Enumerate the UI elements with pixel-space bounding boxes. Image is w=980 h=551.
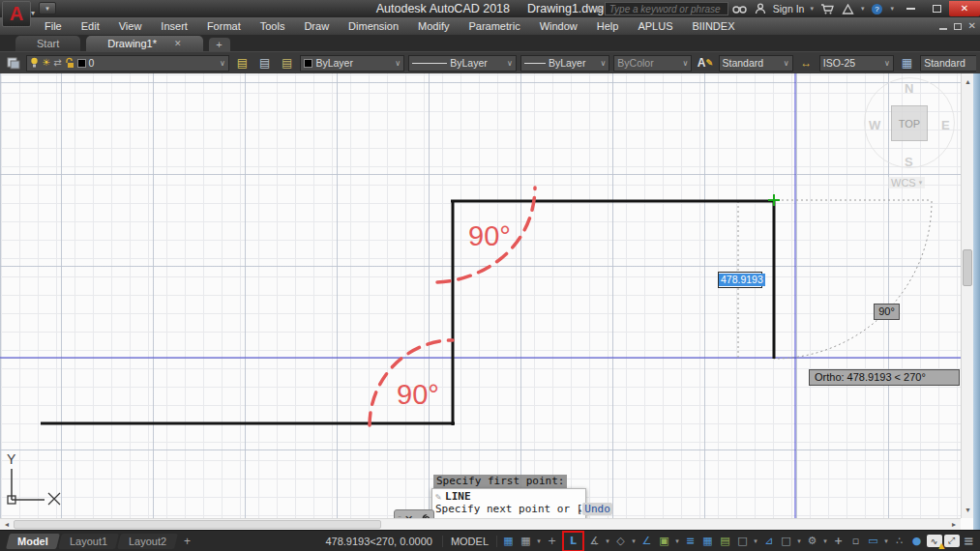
menu-edit[interactable]: Edit <box>72 17 109 35</box>
doc-restore-icon[interactable] <box>954 23 962 30</box>
application-menu-caret-icon[interactable]: ▾ <box>31 9 35 17</box>
customization-menu-icon[interactable]: ≡ <box>961 533 977 550</box>
table-style-dropdown[interactable]: Standard <box>920 55 976 72</box>
restore-button[interactable] <box>925 1 949 16</box>
tab-layout1[interactable]: Layout1 <box>58 534 119 549</box>
tab-close-icon[interactable]: ✕ <box>174 36 182 51</box>
menu-format[interactable]: Format <box>197 17 251 35</box>
menu-tools[interactable]: Tools <box>251 17 295 35</box>
viewcube-top-face[interactable]: TOP <box>891 105 928 141</box>
annotation-monitor-icon[interactable]: ● <box>908 533 925 550</box>
lineweight-dropdown-icon[interactable]: ∨ <box>601 59 607 68</box>
annotation-visibility-icon[interactable]: + <box>830 533 846 550</box>
app-store-cart-icon[interactable] <box>820 4 834 14</box>
menu-view[interactable]: View <box>109 17 152 35</box>
layer-dropdown-icon[interactable]: ∨ <box>220 59 225 68</box>
search-input[interactable] <box>605 2 728 15</box>
plot-style-dropdown[interactable]: ByColor ∨ <box>613 55 692 72</box>
layer-dropdown[interactable]: ☀ ⇄ 0 ∨ <box>26 55 229 72</box>
help-icon[interactable]: ? <box>871 3 883 15</box>
dynamic-ucs-icon[interactable]: ⊿ <box>760 533 777 550</box>
polar-tracking-icon[interactable]: ∡ <box>586 533 603 550</box>
dynamic-input-icon[interactable]: + <box>544 533 560 550</box>
menu-modify[interactable]: Modify <box>408 17 459 35</box>
application-menu-button[interactable]: A <box>2 1 31 27</box>
horizontal-scroll-thumb[interactable] <box>14 520 381 529</box>
dimension-style-dropdown[interactable]: ISO-25 ∨ <box>819 55 894 72</box>
gizmo-icon[interactable]: ⚙ <box>804 533 820 550</box>
menu-help[interactable]: Help <box>587 17 629 35</box>
menu-insert[interactable]: Insert <box>151 17 197 35</box>
drawing-area[interactable]: Y 90° 90° 478.9193 90° Ortho: 478.9193 <… <box>0 73 980 530</box>
snap-dropdown-icon[interactable]: ▾ <box>535 537 543 545</box>
iso-dropdown-icon[interactable]: ▾ <box>630 537 638 545</box>
dynamic-input-field[interactable]: 478.9193 <box>718 272 762 288</box>
autodesk-exchange-icon[interactable] <box>842 4 854 14</box>
ortho-mode-icon[interactable]: L <box>565 533 581 550</box>
selection-filter-dropdown-icon[interactable]: ▾ <box>795 537 803 545</box>
search-expand-icon[interactable]: ▶ <box>597 5 603 14</box>
text-style-icon[interactable]: A✎ <box>696 54 714 72</box>
viewcube-south[interactable]: S <box>905 155 913 169</box>
polar-dropdown-icon[interactable]: ▾ <box>604 537 611 545</box>
model-space-indicator[interactable]: MODEL <box>442 536 497 547</box>
make-object-layer-current-icon[interactable]: ▤ <box>255 54 274 72</box>
color-dropdown-icon[interactable]: ∨ <box>395 59 401 68</box>
selection-cycling-icon[interactable]: ▤ <box>717 533 733 550</box>
workspace-switching-icon[interactable]: ∴ <box>891 533 907 550</box>
new-tab-button[interactable]: + <box>209 38 230 51</box>
tab-drawing1[interactable]: Drawing1* ✕ <box>86 36 202 51</box>
clean-screen-icon[interactable]: ⤢ <box>943 533 960 550</box>
dimension-style-dropdown-icon[interactable]: ∨ <box>884 59 890 68</box>
tab-model[interactable]: Model <box>6 534 60 549</box>
menu-window[interactable]: Window <box>530 17 587 35</box>
horizontal-scrollbar[interactable]: ◂ ▸ <box>0 518 961 530</box>
doc-minimize-icon[interactable] <box>939 28 947 30</box>
text-style-dropdown[interactable]: Standard ∨ <box>719 55 793 72</box>
linetype-dropdown[interactable]: ByLayer ∨ <box>408 55 517 72</box>
exchange-caret-icon[interactable]: ▾ <box>861 5 865 13</box>
menu-biindex[interactable]: BIINDEX <box>682 17 744 35</box>
gizmo-dropdown-icon[interactable]: ▾ <box>821 537 829 545</box>
lineweight-dropdown[interactable]: ByLayer ∨ <box>520 55 609 72</box>
close-button[interactable]: ✕ <box>949 1 980 16</box>
dimension-style-icon[interactable]: ↔ <box>797 54 816 72</box>
menu-draw[interactable]: Draw <box>294 17 339 35</box>
object-color-dropdown[interactable]: ByLayer ∨ <box>300 55 404 72</box>
doc-close-icon[interactable]: ✕ <box>968 18 976 34</box>
graphics-performance-icon[interactable]: ∿▲ <box>926 533 942 550</box>
minimize-button[interactable] <box>899 1 923 16</box>
vertical-scrollbar[interactable]: ▲ ▼ <box>961 73 973 518</box>
search-icon[interactable] <box>732 4 747 14</box>
menu-file[interactable]: File <box>35 17 72 35</box>
menu-aplus[interactable]: APLUS <box>628 17 682 35</box>
text-style-dropdown-icon[interactable]: ∨ <box>784 59 789 68</box>
command-history-expand-icon[interactable]: ▴ <box>578 504 582 517</box>
lineweight-display-icon[interactable]: ≡ <box>682 533 698 550</box>
layer-states-icon[interactable]: ▤ <box>233 54 252 72</box>
tab-layout2[interactable]: Layout2 <box>117 534 178 549</box>
viewcube-wcs-menu[interactable]: WCS ▾ <box>888 177 925 188</box>
selection-filtering-icon[interactable]: □ <box>778 533 794 550</box>
transparency-icon[interactable]: ▦ <box>699 533 716 550</box>
linetype-dropdown-icon[interactable]: ∨ <box>507 59 513 68</box>
layer-previous-icon[interactable]: ▤ <box>278 54 296 72</box>
menu-parametric[interactable]: Parametric <box>459 17 529 35</box>
command-option-undo[interactable]: Undo <box>582 503 612 515</box>
3d-object-snap-icon[interactable]: □ <box>734 533 751 550</box>
3d-osnap-dropdown-icon[interactable]: ▾ <box>752 537 759 545</box>
sign-in-button[interactable]: Sign In <box>773 3 805 14</box>
new-layout-button[interactable]: + <box>184 535 191 548</box>
autoscale-icon[interactable]: ▫ <box>847 533 864 550</box>
osnap-dropdown-icon[interactable]: ▾ <box>673 537 681 545</box>
layer-properties-manager-icon[interactable] <box>4 54 22 72</box>
isometric-drafting-icon[interactable]: ◇ <box>612 533 629 550</box>
viewcube-east[interactable]: E <box>941 118 950 132</box>
table-style-icon[interactable]: ▦ <box>898 54 916 72</box>
annotation-scale-dropdown-icon[interactable]: ▾ <box>882 537 890 545</box>
menu-dimension[interactable]: Dimension <box>339 17 408 35</box>
tab-start[interactable]: Start <box>15 36 80 51</box>
sign-in-caret-icon[interactable]: ▾ <box>810 5 814 13</box>
help-caret-icon[interactable]: ▾ <box>890 5 894 13</box>
snap-mode-icon[interactable]: ▦ <box>518 533 534 550</box>
